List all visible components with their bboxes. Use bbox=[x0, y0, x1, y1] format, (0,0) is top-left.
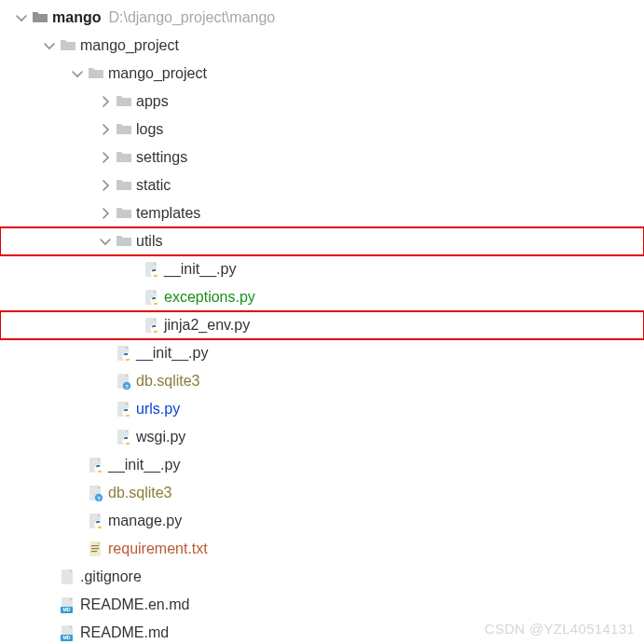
tree-item-path: D:\django_project\mango bbox=[108, 9, 275, 26]
folder-icon bbox=[30, 9, 50, 26]
folder-icon bbox=[58, 37, 78, 54]
tree-item-label: logs bbox=[136, 121, 163, 138]
python-file-icon bbox=[142, 317, 162, 334]
tree-row[interactable]: manage.py bbox=[0, 507, 644, 535]
unknown-file-icon bbox=[114, 373, 134, 390]
tree-item-label: db.sqlite3 bbox=[136, 373, 200, 390]
tree-item-label: .gitignore bbox=[80, 569, 142, 585]
python-file-icon bbox=[114, 401, 134, 418]
tree-item-label: urls.py bbox=[136, 401, 180, 418]
chevron-right-icon[interactable] bbox=[97, 180, 114, 191]
folder-icon bbox=[86, 65, 106, 82]
tree-row[interactable]: db.sqlite3 bbox=[0, 479, 644, 507]
watermark-text: CSDN @YZL40514131 bbox=[485, 621, 635, 637]
text-file-icon bbox=[86, 541, 106, 557]
tree-row[interactable]: templates bbox=[0, 199, 644, 227]
tree-row[interactable]: __init__.py bbox=[0, 451, 644, 479]
tree-row[interactable]: logs bbox=[0, 116, 644, 144]
folder-icon bbox=[114, 149, 134, 166]
tree-item-label: README.en.md bbox=[80, 596, 189, 613]
tree-item-label: mango_project bbox=[108, 65, 207, 82]
tree-row[interactable]: urls.py bbox=[0, 395, 644, 423]
chevron-right-icon[interactable] bbox=[97, 152, 114, 163]
tree-item-label: requirement.txt bbox=[108, 541, 208, 557]
folder-icon bbox=[114, 233, 134, 250]
markdown-file-icon bbox=[58, 624, 78, 641]
tree-item-label: __init__.py bbox=[136, 345, 208, 362]
tree-item-label: mango bbox=[52, 9, 101, 26]
tree-item-label: apps bbox=[136, 93, 169, 110]
python-file-icon bbox=[142, 261, 162, 278]
project-tree: mangoD:\django_project\mangomango_projec… bbox=[0, 4, 644, 644]
tree-row[interactable]: wsgi.py bbox=[0, 423, 644, 451]
tree-row[interactable]: apps bbox=[0, 88, 644, 116]
chevron-down-icon[interactable] bbox=[13, 12, 30, 23]
tree-row[interactable]: README.en.md bbox=[0, 591, 644, 619]
tree-row[interactable]: db.sqlite3 bbox=[0, 367, 644, 395]
tree-item-label: mango_project bbox=[80, 37, 179, 54]
markdown-file-icon bbox=[58, 596, 78, 613]
tree-item-label: manage.py bbox=[108, 513, 182, 529]
unknown-file-icon bbox=[86, 485, 106, 501]
python-file-icon bbox=[86, 513, 106, 529]
tree-row[interactable]: exceptions.py bbox=[0, 283, 644, 311]
tree-item-label: settings bbox=[136, 149, 187, 166]
tree-item-label: exceptions.py bbox=[164, 289, 255, 306]
tree-row[interactable]: .gitignore bbox=[0, 563, 644, 591]
tree-row[interactable]: static bbox=[0, 171, 644, 199]
tree-item-label: __init__.py bbox=[164, 261, 236, 278]
tree-row[interactable]: settings bbox=[0, 144, 644, 171]
tree-item-label: templates bbox=[136, 205, 200, 222]
folder-icon bbox=[114, 177, 134, 194]
chevron-right-icon[interactable] bbox=[97, 124, 114, 135]
python-file-icon bbox=[114, 345, 134, 362]
tree-row[interactable]: utils bbox=[0, 227, 644, 255]
tree-item-label: db.sqlite3 bbox=[108, 485, 172, 501]
tree-item-label: wsgi.py bbox=[136, 429, 185, 445]
tree-row[interactable]: __init__.py bbox=[0, 255, 644, 283]
tree-row[interactable]: __init__.py bbox=[0, 339, 644, 367]
file-icon bbox=[58, 569, 78, 585]
tree-item-label: __init__.py bbox=[108, 457, 180, 473]
python-file-icon bbox=[142, 289, 162, 306]
tree-row-root[interactable]: mangoD:\django_project\mango bbox=[0, 4, 644, 32]
chevron-right-icon[interactable] bbox=[97, 208, 114, 219]
tree-row[interactable]: mango_project bbox=[0, 32, 644, 60]
tree-row[interactable]: requirement.txt bbox=[0, 535, 644, 563]
tree-item-label: jinja2_env.py bbox=[164, 317, 250, 334]
folder-icon bbox=[114, 121, 134, 138]
chevron-down-icon[interactable] bbox=[41, 40, 58, 51]
tree-row[interactable]: jinja2_env.py bbox=[0, 311, 644, 339]
tree-item-label: static bbox=[136, 177, 171, 194]
chevron-down-icon[interactable] bbox=[97, 236, 114, 247]
tree-item-label: README.md bbox=[80, 624, 169, 641]
folder-icon bbox=[114, 205, 134, 222]
tree-item-label: utils bbox=[136, 233, 162, 250]
python-file-icon bbox=[86, 457, 106, 473]
folder-icon bbox=[114, 93, 134, 110]
python-file-icon bbox=[114, 429, 134, 445]
chevron-down-icon[interactable] bbox=[69, 68, 86, 79]
tree-row[interactable]: mango_project bbox=[0, 60, 644, 88]
chevron-right-icon[interactable] bbox=[97, 96, 114, 107]
